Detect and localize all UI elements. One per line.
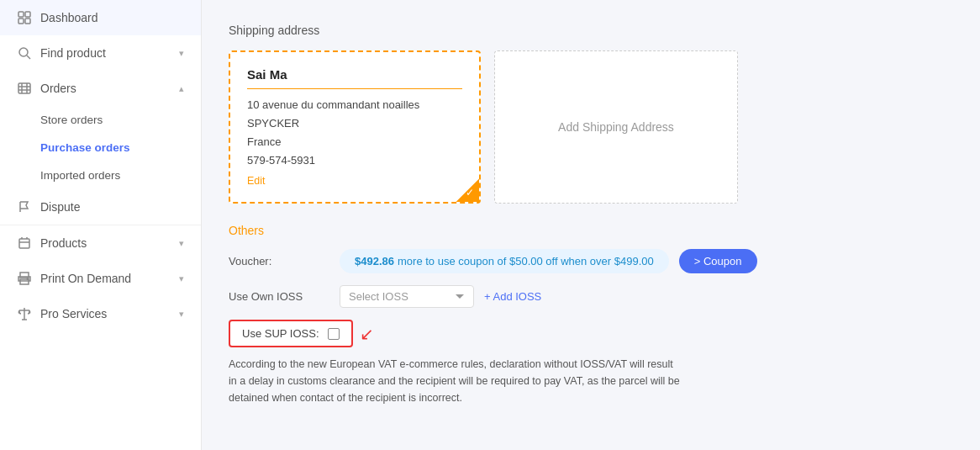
address-line3: France bbox=[247, 133, 462, 151]
address-name: Sai Ma bbox=[247, 67, 462, 89]
voucher-amount: $492.86 bbox=[355, 255, 394, 267]
sidebar-sub-item-purchase-orders[interactable]: Purchase orders bbox=[0, 134, 201, 161]
address-line2: SPYCKER bbox=[247, 114, 462, 133]
sidebar-item-label: Products bbox=[40, 236, 87, 250]
sidebar: Dashboard Find product ▾ Orders ▴ Store … bbox=[0, 0, 202, 450]
chevron-down-icon: ▾ bbox=[179, 238, 184, 249]
warning-text: According to the new European VAT e-comm… bbox=[229, 356, 682, 406]
sidebar-item-label: Print On Demand bbox=[40, 272, 131, 285]
sidebar-item-print-on-demand[interactable]: Print On Demand ▾ bbox=[0, 261, 201, 296]
sidebar-sub-item-store-orders[interactable]: Store orders bbox=[0, 106, 201, 134]
flag-icon bbox=[17, 199, 32, 214]
svg-point-4 bbox=[19, 48, 28, 56]
ioss-label: Use Own IOSS bbox=[229, 290, 329, 303]
svg-point-10 bbox=[27, 278, 29, 280]
svg-rect-0 bbox=[18, 12, 24, 17]
sidebar-item-products[interactable]: Products ▾ bbox=[0, 225, 201, 261]
chevron-up-icon: ▴ bbox=[179, 83, 184, 94]
address-row: Sai Ma 10 avenue du commandant noailles … bbox=[229, 50, 953, 204]
svg-rect-6 bbox=[18, 83, 30, 93]
sidebar-item-label: Find product bbox=[40, 46, 106, 60]
ioss-row: Use Own IOSS Select IOSS + Add IOSS bbox=[229, 285, 953, 308]
chevron-down-icon: ▾ bbox=[179, 273, 184, 284]
main-content: Shipping address Sai Ma 10 avenue du com… bbox=[202, 0, 980, 450]
add-address-label: Add Shipping Address bbox=[558, 120, 674, 134]
sup-ioss-row: Use SUP IOSS: bbox=[229, 320, 353, 347]
coupon-button[interactable]: > Coupon bbox=[679, 249, 757, 273]
sidebar-item-orders[interactable]: Orders ▴ bbox=[0, 71, 201, 106]
scale-icon bbox=[17, 306, 32, 321]
edit-address-link[interactable]: Edit bbox=[247, 175, 266, 187]
svg-rect-7 bbox=[19, 239, 29, 248]
print-icon bbox=[17, 271, 32, 286]
ioss-select[interactable]: Select IOSS bbox=[340, 285, 474, 308]
selected-address-card[interactable]: Sai Ma 10 avenue du commandant noailles … bbox=[229, 50, 481, 204]
cart-icon bbox=[17, 81, 32, 96]
sup-ioss-label: Use SUP IOSS: bbox=[242, 327, 319, 340]
search-icon bbox=[17, 45, 32, 61]
shipping-section-title: Shipping address bbox=[229, 24, 953, 37]
address-line1: 10 avenue du commandant noailles bbox=[247, 96, 462, 114]
address-phone: 579-574-5931 bbox=[247, 151, 462, 170]
sidebar-item-dashboard[interactable]: Dashboard bbox=[0, 0, 201, 35]
voucher-box: $492.86 more to use coupon of $50.00 off… bbox=[340, 249, 669, 273]
svg-rect-3 bbox=[25, 19, 30, 24]
sidebar-item-pro-services[interactable]: Pro Services ▾ bbox=[0, 296, 201, 331]
selected-check-badge: ✓ bbox=[456, 178, 479, 202]
sidebar-item-dispute[interactable]: Dispute bbox=[0, 189, 201, 225]
red-arrow-indicator: ↙ bbox=[360, 324, 374, 344]
chevron-down-icon: ▾ bbox=[179, 309, 184, 320]
svg-rect-2 bbox=[18, 19, 24, 24]
add-ioss-link[interactable]: + Add IOSS bbox=[484, 290, 541, 303]
sidebar-item-label: Orders bbox=[40, 82, 76, 95]
grid-icon bbox=[17, 10, 32, 25]
sidebar-item-label: Dispute bbox=[40, 200, 80, 214]
box-icon bbox=[17, 236, 32, 251]
svg-line-5 bbox=[27, 56, 30, 59]
voucher-row: Voucher: $492.86 more to use coupon of $… bbox=[229, 249, 953, 273]
sidebar-sub-item-imported-orders[interactable]: Imported orders bbox=[0, 161, 201, 189]
svg-rect-1 bbox=[25, 12, 30, 17]
sup-ioss-checkbox[interactable] bbox=[328, 328, 340, 340]
voucher-text: more to use coupon of $50.00 off when ov… bbox=[398, 255, 654, 267]
sidebar-item-label: Pro Services bbox=[40, 307, 107, 320]
chevron-down-icon: ▾ bbox=[179, 48, 184, 59]
others-title: Others bbox=[229, 224, 953, 237]
voucher-label: Voucher: bbox=[229, 255, 329, 267]
sidebar-item-find-product[interactable]: Find product ▾ bbox=[0, 35, 201, 71]
add-address-card[interactable]: Add Shipping Address bbox=[494, 50, 738, 204]
sidebar-item-label: Dashboard bbox=[40, 11, 98, 24]
